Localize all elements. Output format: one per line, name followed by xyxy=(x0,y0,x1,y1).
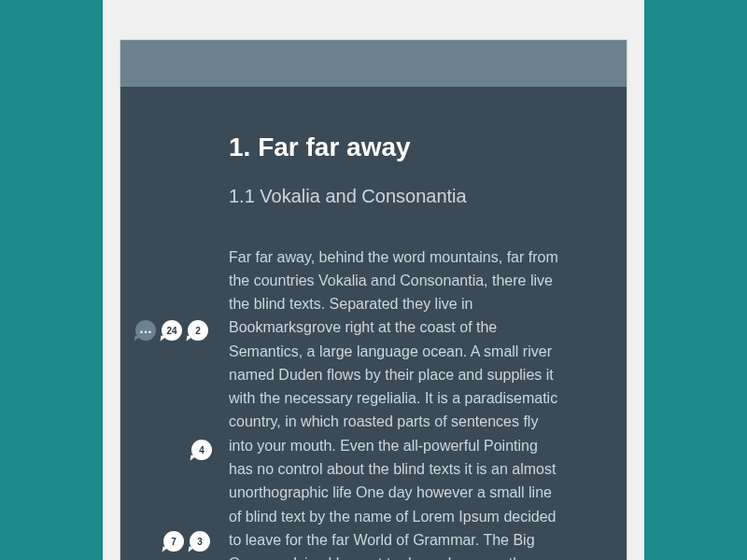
section-subtitle: 1.1 Vokalia and Consonantia xyxy=(229,184,559,208)
comment-badge[interactable]: 24 xyxy=(162,320,182,341)
comment-badge[interactable]: 3 xyxy=(190,531,210,552)
comment-badge[interactable]: 7 xyxy=(163,531,184,552)
comment-badge[interactable]: 2 xyxy=(188,320,208,341)
document-card: 1. Far far away 1.1 Vokalia and Consonan… xyxy=(120,39,627,560)
annotation-row: 7 3 xyxy=(163,531,210,552)
annotation-gutter: … 24 2 4 7 3 xyxy=(135,87,229,560)
document-content: 1. Far far away 1.1 Vokalia and Consonan… xyxy=(120,87,627,560)
body-paragraph: Far far away, behind the word mountains,… xyxy=(229,245,559,560)
annotation-row: 4 xyxy=(191,440,212,460)
comment-badge[interactable]: 4 xyxy=(191,440,212,460)
document-header-band xyxy=(120,40,627,87)
section-title: 1. Far far away xyxy=(229,132,559,163)
comment-more-icon[interactable]: … xyxy=(135,320,156,341)
annotation-row: … 24 2 xyxy=(135,320,208,341)
